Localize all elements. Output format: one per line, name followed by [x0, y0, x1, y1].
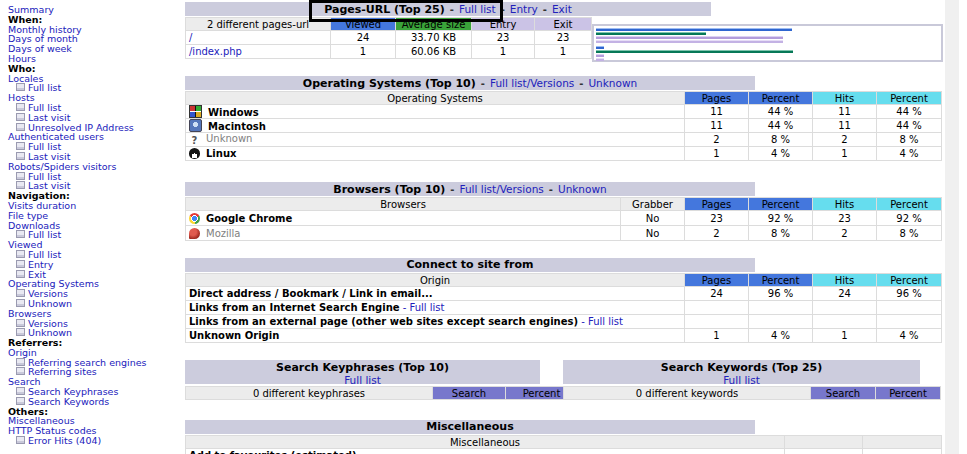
- percent-value: [877, 315, 942, 329]
- pages-entry-link[interactable]: Entry: [510, 3, 538, 15]
- col-entry-header: Entry: [472, 18, 535, 31]
- exit-bar: [596, 58, 604, 61]
- expand-box-icon: [16, 142, 25, 150]
- expand-box-icon: [16, 250, 25, 258]
- hits-value: 11: [813, 105, 877, 119]
- percent-value: [877, 301, 942, 315]
- linux-penguin-icon: [189, 148, 200, 159]
- os-name-header: Operating Systems: [186, 92, 685, 105]
- pages-value: 11: [685, 105, 749, 119]
- chrome-icon: [189, 213, 200, 224]
- os-name: Unknown: [206, 133, 252, 144]
- expand-box-icon: [16, 103, 25, 111]
- col-percent-header: Percent: [749, 92, 813, 105]
- browsers-table: Browsers Grabber Pages Percent Hits Perc…: [185, 197, 942, 241]
- sidebar-item[interactable]: Error Hits (404): [8, 436, 183, 446]
- mozilla-icon: [189, 228, 200, 239]
- misc-table: Miscellaneous Add to favourites (estimat…: [185, 435, 942, 454]
- pages-full-list-link[interactable]: Full list: [459, 3, 496, 15]
- col-search-header: Search: [811, 387, 876, 400]
- os-name: Linux: [206, 148, 237, 159]
- col-percent-header: Percent: [877, 274, 942, 287]
- pages-table-header-row: 2 different pages-url Viewed Average siz…: [186, 18, 592, 31]
- viewed-bar: [596, 28, 792, 31]
- page-url-link[interactable]: /index.php: [189, 46, 242, 57]
- col-search-header: Search: [433, 387, 506, 400]
- os-unknown-link[interactable]: Unknown: [588, 77, 637, 89]
- pages-url-titlebar: Pages-URL (Top 25)-Full list-Entry-Exit: [185, 2, 711, 16]
- connect-table-header-row: Origin Pages Percent Hits Percent: [186, 274, 942, 287]
- sidebar-item-label: Error Hits (404): [28, 435, 101, 446]
- keyphrases-count: 0 different keyphrases: [186, 387, 433, 400]
- browsers-full-list-link[interactable]: Full list/Versions: [459, 183, 543, 195]
- browser-name: Google Chrome: [206, 213, 292, 224]
- col-exit-header: Exit: [535, 18, 592, 31]
- col-hits-header: Hits: [813, 274, 877, 287]
- col-hits-header: Hits: [813, 198, 877, 211]
- percent-value: 92 %: [877, 211, 942, 226]
- browsers-table-header-row: Browsers Grabber Pages Percent Hits Perc…: [186, 198, 942, 211]
- scrollbar[interactable]: [945, 0, 959, 454]
- keyphrases-full-list-link[interactable]: Full list: [344, 374, 381, 386]
- hits-value: [813, 301, 877, 315]
- pages-value: 2: [685, 226, 749, 241]
- viewed-value: 1: [331, 45, 396, 59]
- pages-value: 11: [685, 119, 749, 133]
- keyphrases-titlebar: Search Keyphrases (Top 10) Full list: [185, 360, 540, 384]
- macintosh-icon: [189, 119, 202, 132]
- table-row: Mozilla No 2 8 % 2 8 %: [186, 226, 942, 241]
- origin-full-list-link[interactable]: - Full list: [581, 316, 623, 327]
- bar-row: [594, 26, 941, 43]
- misc-title: Miscellaneous: [426, 420, 513, 433]
- col-pages-header: Pages: [685, 198, 749, 211]
- table-row: Add to favourites (estimated): [186, 449, 942, 454]
- browser-name: Mozilla: [206, 228, 240, 239]
- expand-box-icon: [16, 289, 25, 297]
- browsers-unknown-link[interactable]: Unknown: [558, 183, 607, 195]
- os-table: Operating Systems Pages Percent Hits Per…: [185, 91, 942, 161]
- percent-value: 4 %: [877, 329, 942, 343]
- hits-value: 1: [813, 329, 877, 343]
- table-row: Macintosh 11 44 % 11 44 %: [186, 119, 942, 133]
- pages-count-header: 2 different pages-url: [186, 18, 331, 31]
- os-name: Macintosh: [208, 121, 266, 132]
- percent-value: 8 %: [749, 133, 813, 147]
- page-url-link[interactable]: /: [189, 32, 192, 43]
- separator: -: [445, 4, 459, 15]
- col-viewed-header: Viewed: [331, 18, 396, 31]
- hits-value: 2: [813, 133, 877, 147]
- misc-value: [863, 449, 942, 454]
- keywords-full-list-link[interactable]: Full list: [723, 374, 760, 386]
- separator: -: [544, 184, 558, 195]
- expand-box-icon: [16, 299, 25, 307]
- expand-box-icon: [16, 172, 25, 180]
- percent-value: [749, 315, 813, 329]
- expand-box-icon: [16, 358, 25, 366]
- col-average-size-header: Average size: [396, 18, 472, 31]
- col-pages-header: Pages: [685, 92, 749, 105]
- keyphrases-header-row: 0 different keyphrases Search Percent: [186, 387, 578, 400]
- pages-exit-link[interactable]: Exit: [552, 3, 572, 15]
- percent-value: 4 %: [749, 147, 813, 161]
- grabber-value: No: [621, 211, 685, 226]
- origin-name: Links from an Internet Search Engine: [189, 302, 400, 313]
- os-table-header-row: Operating Systems Pages Percent Hits Per…: [186, 92, 942, 105]
- table-row: / 24 33.70 KB 23 23: [186, 31, 592, 45]
- expand-box-icon: [16, 319, 25, 327]
- percent-value: 44 %: [749, 105, 813, 119]
- pages-value: [685, 301, 749, 315]
- separator: -: [574, 78, 588, 89]
- origin-name: Links from an external page (other web s…: [189, 316, 578, 327]
- pages-bars-chart: [592, 24, 943, 62]
- table-row: ?Unknown 2 8 % 2 8 %: [186, 133, 942, 147]
- col-percent-header: Percent: [877, 198, 942, 211]
- col-percent-header: Percent: [749, 198, 813, 211]
- os-full-list-link[interactable]: Full list/Versions: [490, 77, 574, 89]
- exit-value: 23: [535, 31, 592, 45]
- origin-full-list-link[interactable]: - Full list: [403, 302, 445, 313]
- pages-url-table: 2 different pages-url Viewed Average siz…: [185, 17, 592, 59]
- expand-box-icon: [16, 152, 25, 160]
- browsers-title: Browsers (Top 10): [333, 183, 445, 196]
- expand-box-icon: [16, 367, 25, 375]
- entry-bar: [596, 54, 604, 57]
